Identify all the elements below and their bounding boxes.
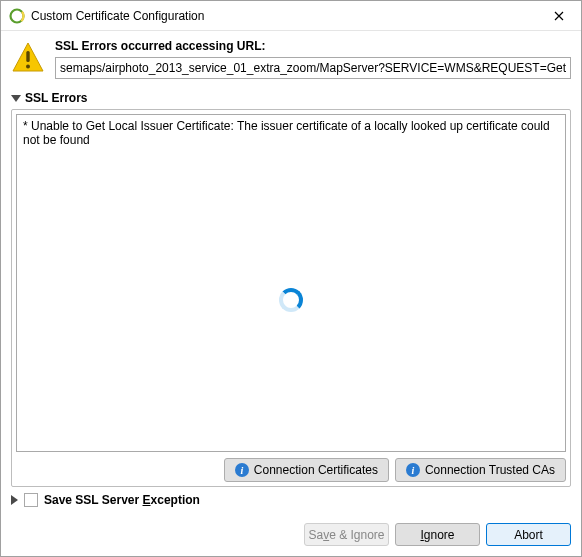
info-icon: i [406,463,420,477]
url-row: SSL Errors occurred accessing URL: [11,39,571,79]
app-icon [9,8,25,24]
close-button[interactable] [536,1,581,30]
ssl-errors-text[interactable]: * Unable to Get Local Issuer Certificate… [16,114,566,452]
url-label: SSL Errors occurred accessing URL: [55,39,571,53]
ignore-button[interactable]: Ignore [395,523,480,546]
chevron-right-icon [11,495,18,505]
window-title: Custom Certificate Configuration [31,9,536,23]
url-input[interactable] [55,57,571,79]
ssl-errors-toggle[interactable]: SSL Errors [11,87,571,109]
save-exception-label: Save SSL Server Exception [44,493,200,507]
ssl-errors-panel: * Unable to Get Local Issuer Certificate… [11,109,571,487]
warning-icon [11,41,45,75]
dialog-footer: Save & Ignore Ignore Abort [1,517,581,556]
chevron-down-icon [11,95,21,102]
dialog-window: Custom Certificate Configuration SSL Err… [0,0,582,557]
ssl-error-message: * Unable to Get Local Issuer Certificate… [23,119,550,147]
title-bar: Custom Certificate Configuration [1,1,581,31]
connection-trusted-cas-label: Connection Trusted CAs [425,463,555,477]
connection-trusted-cas-button[interactable]: i Connection Trusted CAs [395,458,566,482]
save-exception-checkbox[interactable] [24,493,38,507]
panel-buttons: i Connection Certificates i Connection T… [16,452,566,482]
save-and-ignore-button: Save & Ignore [304,523,389,546]
ssl-errors-header-label: SSL Errors [25,91,87,105]
save-exception-toggle[interactable]: Save SSL Server Exception [11,487,571,509]
connection-certificates-button[interactable]: i Connection Certificates [224,458,389,482]
svg-rect-3 [26,51,29,62]
dialog-content: SSL Errors occurred accessing URL: SSL E… [1,31,581,517]
svg-point-4 [26,65,30,69]
abort-button[interactable]: Abort [486,523,571,546]
info-icon: i [235,463,249,477]
loading-spinner-icon [279,288,303,312]
connection-certificates-label: Connection Certificates [254,463,378,477]
url-column: SSL Errors occurred accessing URL: [55,39,571,79]
